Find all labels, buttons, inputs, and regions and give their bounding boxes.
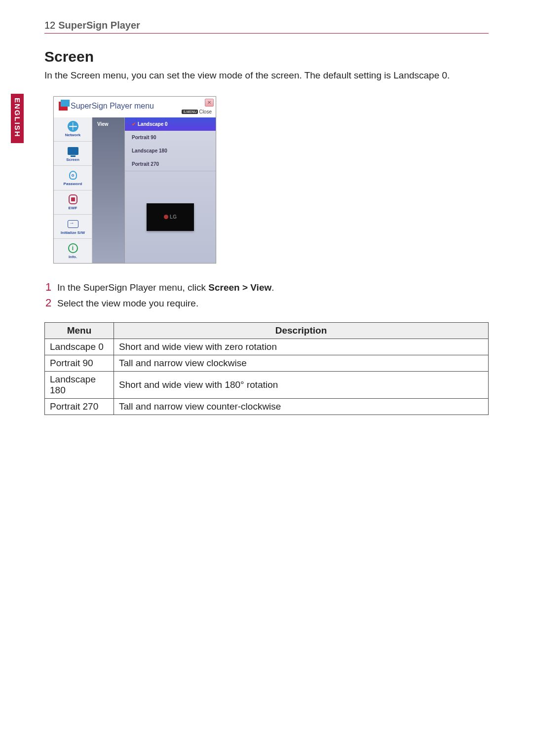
step-text: In the SuperSign Player menu, click Scre… [57,282,274,293]
option-label: Landscape 0 [138,121,168,127]
view-column-header: View [92,117,125,263]
lock-icon: o [69,171,77,180]
preview-monitor: LG [147,203,194,231]
header-title: SuperSign Player [58,20,140,31]
table-cell: Short and wide view with 180° rotation [114,371,489,398]
sidebar-item-info[interactable]: i Info. [54,239,92,263]
sidebar-item-label: EWF [69,206,77,210]
sidebar-item-label: Initialize S/W [61,230,85,235]
shield-icon [69,194,77,204]
info-icon: i [68,243,78,253]
close-label-text: Close [199,109,212,114]
table-cell: Landscape 180 [45,371,114,398]
table-row: Portrait 90 Tall and narrow view clockwi… [45,355,489,371]
view-option-portrait270[interactable]: Portrait 270 [125,157,216,171]
smenu-badge: S.MENU [182,110,198,114]
view-option-landscape180[interactable]: Landscape 180 [125,144,216,157]
page-header: 12 SuperSign Player [44,20,489,34]
table-row: Landscape 0 Short and wide view with zer… [45,339,489,355]
step-1: 1 In the SuperSign Player menu, click Sc… [45,281,489,294]
description-table: Menu Description Landscape 0 Short and w… [44,322,489,415]
screenshot-window: SuperSign Player menu ✕ S.MENU Close Net… [53,96,216,264]
table-cell: Portrait 90 [45,355,114,371]
step-2: 2 Select the view mode you require. [45,297,489,309]
sidebar-item-label: Password [64,182,82,186]
step-number: 2 [45,297,52,309]
section-intro: In the Screen menu, you can set the view… [44,69,489,82]
preview-area: LG [125,171,216,263]
sidebar-item-label: Info. [69,255,77,259]
table-cell: Tall and narrow view clockwise [114,355,489,371]
step-text: Select the view mode you require. [57,298,198,309]
sidebar-item-screen[interactable]: Screen [54,142,92,166]
table-cell: Portrait 270 [45,398,114,415]
check-icon: ✔ [132,121,136,127]
table-row: Portrait 270 Tall and narrow view counte… [45,398,489,415]
page-number: 12 [44,20,55,31]
table-header-row: Menu Description [45,322,489,339]
table-cell: Tall and narrow view counter-clockwise [114,398,489,415]
table-row: Landscape 180 Short and wide view with 1… [45,371,489,398]
view-option-landscape0[interactable]: ✔ Landscape 0 [125,117,216,131]
lg-logo-icon [164,215,168,219]
steps-list: 1 In the SuperSign Player menu, click Sc… [45,281,489,309]
sidebar-item-label: Network [65,133,81,137]
sidebar-item-password[interactable]: o Password [54,166,92,190]
section-title: Screen [44,48,489,65]
table-header-menu: Menu [45,322,114,339]
reset-icon [68,220,78,228]
sidebar-item-ewf[interactable]: EWF [54,190,92,215]
screenshot-titlebar: SuperSign Player menu ✕ S.MENU Close [54,97,216,117]
table-cell: Short and wide view with zero rotation [114,339,489,355]
supersign-logo-icon [59,102,68,111]
view-options-list: ✔ Landscape 0 Portrait 90 Landscape 180 … [125,117,216,263]
close-hint: S.MENU Close [182,109,212,114]
sidebar-item-initialize[interactable]: Initialize S/W [54,215,92,239]
close-window-button[interactable]: ✕ [205,99,214,107]
sidebar-item-label: Screen [66,157,79,162]
preview-brand-label: LG [170,214,177,220]
step-number: 1 [45,281,52,294]
globe-icon [68,121,78,132]
view-option-portrait90[interactable]: Portrait 90 [125,131,216,144]
monitor-icon [68,147,78,155]
sidebar-item-network[interactable]: Network [54,117,92,142]
table-header-description: Description [114,322,489,339]
language-tab: ENGLISH [11,94,24,143]
screenshot-sidebar: Network Screen o Password EWF Initialize… [54,117,92,263]
screenshot-title: SuperSign Player menu [71,102,154,111]
table-cell: Landscape 0 [45,339,114,355]
